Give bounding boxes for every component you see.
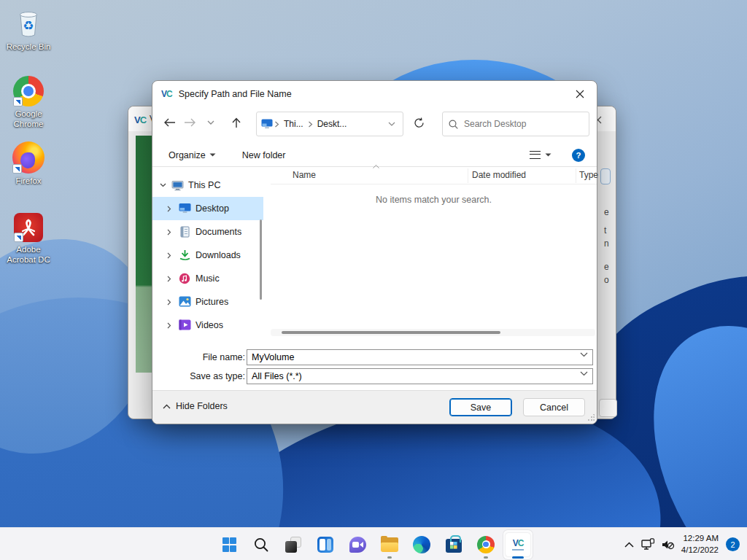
search-icon: [253, 537, 269, 553]
notification-count-badge[interactable]: 2: [726, 537, 740, 551]
column-header-date-modified[interactable]: Date modified: [472, 170, 526, 180]
desktop-icon-adobe-acrobat[interactable]: Adobe Acrobat DC: [2, 213, 55, 265]
column-divider[interactable]: [576, 168, 576, 183]
widgets-button[interactable]: [311, 530, 340, 559]
breadcrumb-this-pc[interactable]: Thi...: [281, 119, 306, 129]
dialog-close-button[interactable]: [563, 81, 597, 107]
running-indicator: [387, 556, 392, 559]
veracrypt-dialog-icon: VC: [161, 90, 172, 98]
horizontal-scrollbar-thumb[interactable]: [282, 331, 500, 334]
background-window-partial-control: [600, 168, 611, 184]
chevron-collapsed-icon[interactable]: [167, 252, 174, 259]
cancel-button-label: Cancel: [540, 402, 568, 413]
file-name-input[interactable]: [247, 349, 593, 365]
veracrypt-icon: VC: [506, 533, 530, 556]
up-button[interactable]: [226, 112, 247, 133]
documents-folder-icon: [179, 226, 191, 238]
file-explorer-button[interactable]: [375, 530, 404, 559]
search-field[interactable]: [442, 112, 589, 136]
chevron-collapsed-icon[interactable]: [167, 276, 174, 282]
organize-menu-button[interactable]: Organize: [164, 147, 220, 163]
search-icon: [449, 120, 458, 129]
horizontal-scrollbar[interactable]: [271, 329, 595, 336]
chevron-collapsed-icon[interactable]: [167, 322, 174, 329]
background-window-partial-button[interactable]: [599, 399, 617, 417]
show-hidden-icons-button[interactable]: [621, 532, 638, 558]
sidebar-item-this-pc[interactable]: This PC: [152, 174, 263, 197]
sidebar-item-desktop[interactable]: Desktop: [152, 197, 263, 220]
save-as-type-label: Save as type:: [158, 371, 245, 381]
this-pc-icon: [171, 179, 184, 191]
microsoft-store-button[interactable]: [439, 530, 468, 559]
list-view-icon: [530, 151, 541, 159]
system-tray-status[interactable]: [638, 532, 678, 558]
view-options-button[interactable]: [530, 151, 551, 159]
desktop-icon-recycle-bin[interactable]: ♻ Recycle Bin: [2, 7, 55, 52]
column-header-type[interactable]: Type: [579, 170, 598, 180]
dialog-titlebar[interactable]: VC Specify Path and File Name: [152, 81, 597, 107]
veracrypt-app-icon: VC: [134, 113, 146, 126]
breadcrumb-desktop[interactable]: Deskt...: [314, 119, 350, 129]
chevron-collapsed-icon[interactable]: [167, 206, 174, 212]
chevron-down-icon: [545, 153, 551, 157]
address-dropdown-icon[interactable]: [388, 122, 395, 126]
search-input[interactable]: [464, 119, 573, 129]
hide-folders-button[interactable]: Hide Folders: [163, 401, 228, 411]
breadcrumb-separator-icon: [274, 121, 279, 128]
dialog-body: This PC Desktop: [152, 167, 597, 338]
taskbar-search-button[interactable]: [247, 530, 276, 559]
file-name-label: File name:: [158, 352, 245, 362]
sidebar-item-label: Videos: [196, 320, 223, 330]
sidebar-item-label: Desktop: [196, 203, 229, 214]
volume-muted-icon: [661, 539, 675, 551]
chevron-collapsed-icon[interactable]: [167, 229, 174, 236]
sidebar-item-music[interactable]: Music: [152, 267, 263, 290]
clock-date: 4/12/2022: [681, 545, 719, 556]
dialog-navigation-bar: Thi... Deskt...: [152, 107, 597, 139]
sidebar-item-pictures[interactable]: Pictures: [152, 290, 263, 314]
clock-time: 12:29 AM: [681, 533, 719, 545]
desktop-icon-firefox[interactable]: Firefox: [2, 141, 55, 186]
dialog-footer: Hide Folders Save Cancel: [152, 390, 597, 424]
column-header-name[interactable]: Name: [293, 170, 316, 180]
recent-locations-button[interactable]: [204, 112, 218, 133]
chevron-expanded-icon[interactable]: [160, 183, 167, 187]
sidebar-item-label: Documents: [196, 227, 241, 237]
chat-button[interactable]: [343, 530, 372, 559]
file-name-dropdown-icon[interactable]: [580, 352, 588, 357]
edge-button[interactable]: [407, 530, 436, 559]
file-name-row: File name:: [152, 349, 597, 365]
sidebar-item-label: Downloads: [196, 250, 241, 260]
forward-button[interactable]: [179, 112, 200, 133]
desktop-icon-google-chrome[interactable]: Google Chrome: [2, 76, 55, 129]
task-view-button[interactable]: [279, 530, 308, 559]
desktop-icon-label: Recycle Bin: [2, 42, 55, 52]
breadcrumb-separator-icon: [308, 121, 313, 128]
sidebar-scrollbar[interactable]: [260, 219, 262, 300]
save-button[interactable]: Save: [449, 398, 512, 416]
firefox-icon: [12, 141, 44, 174]
save-as-type-dropdown-icon[interactable]: [580, 371, 588, 376]
chevron-collapsed-icon[interactable]: [167, 299, 174, 306]
help-button[interactable]: ?: [572, 149, 585, 162]
address-breadcrumb-bar[interactable]: Thi... Deskt...: [256, 112, 403, 136]
sidebar-item-downloads[interactable]: Downloads: [152, 244, 263, 267]
resize-grip[interactable]: [587, 414, 595, 421]
start-button[interactable]: [214, 530, 244, 559]
save-file-dialog[interactable]: VC Specify Path and File Name Thi...: [152, 80, 597, 424]
back-button[interactable]: [159, 112, 179, 133]
veracrypt-taskbar-button[interactable]: VC: [503, 530, 533, 559]
cancel-button[interactable]: Cancel: [523, 398, 585, 416]
sidebar-item-documents[interactable]: Documents: [152, 220, 263, 244]
new-folder-button[interactable]: New folder: [238, 147, 290, 163]
taskbar-clock[interactable]: 12:29 AM 4/12/2022: [678, 532, 721, 557]
teams-chat-icon: [349, 537, 366, 553]
sort-ascending-icon: [373, 165, 379, 168]
sidebar-item-videos[interactable]: Videos: [152, 314, 263, 337]
save-as-type-select[interactable]: All Files (*.*): [247, 368, 593, 384]
refresh-button[interactable]: [409, 112, 429, 133]
pictures-folder-icon: [179, 296, 191, 308]
chrome-taskbar-button[interactable]: [471, 530, 500, 559]
desktop-icon-label: Firefox: [2, 176, 55, 186]
column-divider[interactable]: [468, 168, 468, 183]
